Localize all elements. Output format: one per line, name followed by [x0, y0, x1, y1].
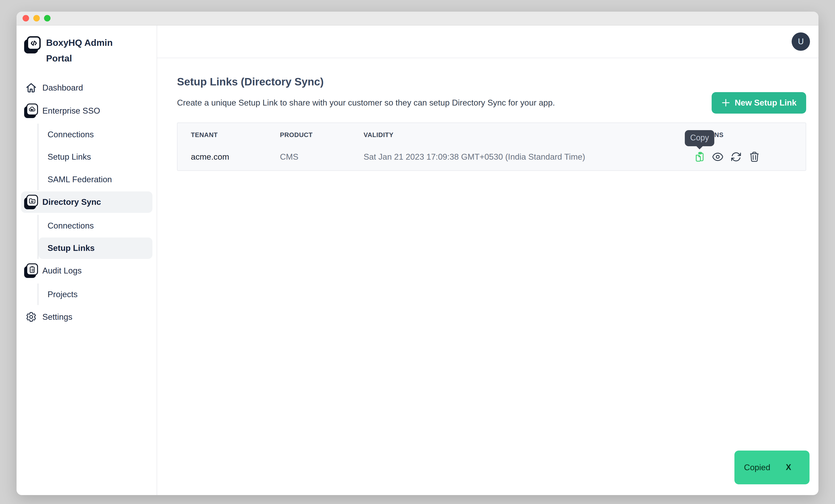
- copy-tooltip: Copy: [685, 130, 714, 146]
- table-cell-product: CMS: [280, 152, 363, 162]
- setup-links-table: TENANT PRODUCT VALIDITY ACTIONS acme.com…: [177, 123, 806, 170]
- main-area: U Setup Links (Directory Sync) Create a …: [157, 25, 818, 495]
- copied-toast: Copied X: [734, 450, 810, 484]
- regenerate-setup-link-button[interactable]: [730, 151, 742, 163]
- sidebar-item-dashboard[interactable]: Dashboard: [21, 77, 152, 98]
- app-logo[interactable]: BoxyHQ Admin Portal: [24, 36, 152, 66]
- table-cell-actions: Copy: [694, 151, 806, 163]
- copy-link-button[interactable]: Copy: [694, 151, 706, 163]
- window-titlebar: [17, 12, 818, 25]
- sidebar-subitem-sso-setup-links[interactable]: Setup Links: [38, 146, 152, 168]
- eye-icon: [712, 151, 724, 163]
- view-setup-link-button[interactable]: [712, 151, 724, 163]
- desktop-background: BoxyHQ Admin Portal Dashboard: [0, 0, 835, 504]
- sidebar-item-label: Enterprise SSO: [42, 106, 100, 116]
- maximize-window-button[interactable]: [44, 15, 50, 21]
- enterprise-sso-sublist: Connections Setup Links SAML Federation: [38, 124, 152, 190]
- table-cell-tenant: acme.com: [191, 152, 280, 162]
- table-cell-validity: Sat Jan 21 2023 17:09:38 GMT+0530 (India…: [364, 152, 694, 162]
- enterprise-sso-icon: [24, 103, 38, 118]
- directory-sync-icon: [24, 195, 38, 209]
- delete-setup-link-button[interactable]: [748, 151, 760, 163]
- app-title: BoxyHQ Admin Portal: [46, 35, 126, 66]
- sidebar-subitem-saml-federation[interactable]: SAML Federation: [38, 169, 152, 190]
- plus-icon: [721, 98, 730, 107]
- home-icon: [24, 82, 38, 94]
- directory-sync-sublist: Connections Setup Links: [38, 215, 152, 259]
- page-subtitle: Create a unique Setup Link to share with…: [177, 98, 555, 107]
- sidebar-subitem-sso-connections[interactable]: Connections: [38, 124, 152, 145]
- app-window: BoxyHQ Admin Portal Dashboard: [17, 12, 818, 495]
- minimize-window-button[interactable]: [33, 15, 40, 21]
- sidebar-nav: Dashboard: [21, 77, 152, 327]
- sidebar-item-directory-sync[interactable]: Directory Sync: [21, 191, 152, 213]
- column-header-tenant: TENANT: [191, 128, 280, 138]
- copy-icon: [694, 151, 706, 163]
- sidebar-subitem-dsync-setup-links[interactable]: Setup Links: [38, 238, 152, 259]
- sidebar-item-label: Audit Logs: [42, 266, 82, 276]
- sidebar-item-label: Directory Sync: [42, 197, 101, 207]
- column-header-product: PRODUCT: [280, 128, 363, 138]
- toast-close-button[interactable]: X: [786, 463, 791, 472]
- trash-icon: [749, 151, 760, 162]
- audit-logs-icon: [24, 263, 38, 278]
- sidebar-item-settings[interactable]: Settings: [21, 306, 152, 327]
- sidebar-item-audit-logs[interactable]: Audit Logs: [21, 260, 152, 282]
- top-bar: U: [157, 25, 818, 58]
- user-avatar[interactable]: U: [792, 33, 810, 51]
- refresh-icon: [730, 151, 742, 163]
- sidebar-subitem-dsync-connections[interactable]: Connections: [38, 215, 152, 236]
- new-setup-link-button[interactable]: New Setup Link: [712, 92, 806, 114]
- new-setup-link-label: New Setup Link: [735, 98, 797, 107]
- sidebar-item-label: Settings: [42, 312, 73, 322]
- page-title: Setup Links (Directory Sync): [177, 74, 806, 89]
- toast-message: Copied: [744, 463, 770, 472]
- sidebar-item-label: Dashboard: [42, 83, 83, 93]
- audit-logs-sublist: Projects: [38, 284, 152, 305]
- column-header-validity: VALIDITY: [364, 128, 694, 138]
- sidebar-item-enterprise-sso[interactable]: Enterprise SSO: [21, 100, 152, 122]
- sidebar: BoxyHQ Admin Portal Dashboard: [17, 25, 157, 495]
- close-window-button[interactable]: [23, 15, 29, 21]
- sidebar-subitem-projects[interactable]: Projects: [38, 284, 152, 305]
- boxyhq-logo-icon: [24, 36, 41, 54]
- content-area: Setup Links (Directory Sync) Create a un…: [157, 58, 818, 495]
- gear-icon: [24, 311, 38, 323]
